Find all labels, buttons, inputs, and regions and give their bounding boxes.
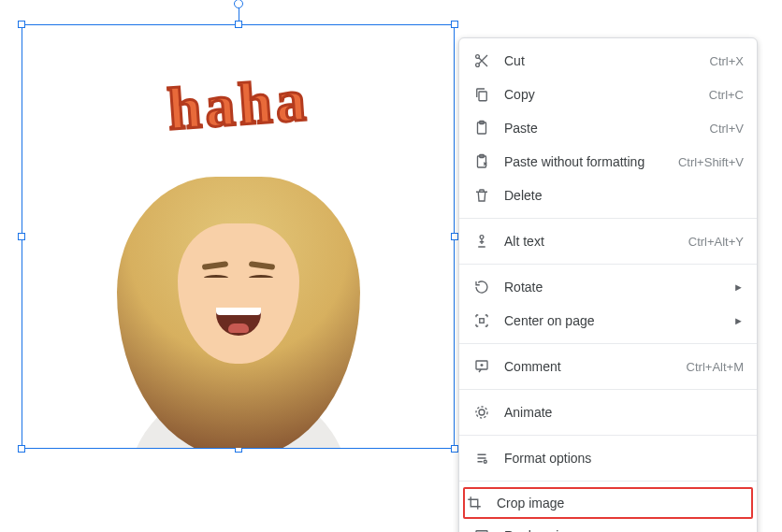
alt-text-icon xyxy=(472,232,491,251)
svg-point-0 xyxy=(476,64,480,67)
menu-label: Replace image xyxy=(504,528,726,532)
submenu-arrow-icon: ► xyxy=(733,281,744,293)
cartoon-text: haha xyxy=(166,65,311,144)
image-content: haha xyxy=(22,25,454,448)
menu-label: Comment xyxy=(504,359,687,374)
comment-icon xyxy=(472,357,491,376)
avatar-mouth xyxy=(216,308,261,336)
svg-rect-2 xyxy=(479,92,486,101)
rotate-icon xyxy=(472,278,491,296)
menu-label: Paste without formatting xyxy=(504,154,678,169)
menu-animate[interactable]: Animate xyxy=(459,395,757,429)
menu-label: Crop image xyxy=(497,496,751,510)
avatar-tongue xyxy=(228,324,249,333)
menu-label: Rotate xyxy=(504,280,726,295)
submenu-arrow-icon: ► xyxy=(733,315,744,326)
svg-rect-8 xyxy=(480,319,485,324)
menu-label: Delete xyxy=(504,188,744,203)
menu-rotate[interactable]: Rotate ► xyxy=(459,270,757,304)
selected-image-frame[interactable]: haha xyxy=(22,24,455,449)
menu-paste[interactable]: Paste Ctrl+V xyxy=(459,111,757,145)
menu-shortcut: Ctrl+Shift+V xyxy=(678,155,744,169)
menu-divider xyxy=(459,218,757,219)
menu-format-options[interactable]: Format options xyxy=(459,441,757,475)
menu-label: Animate xyxy=(504,405,744,420)
avatar-brow xyxy=(201,261,228,270)
cut-icon xyxy=(472,51,491,70)
paste-icon xyxy=(472,119,491,137)
center-icon xyxy=(472,311,491,330)
replace-image-icon xyxy=(472,526,491,532)
svg-point-1 xyxy=(476,55,480,59)
menu-shortcut: Ctrl+C xyxy=(709,88,744,102)
menu-divider xyxy=(459,389,757,390)
menu-shortcut: Ctrl+X xyxy=(710,54,744,68)
svg-point-7 xyxy=(480,236,484,239)
menu-shortcut: Ctrl+V xyxy=(710,122,744,136)
context-menu: Cut Ctrl+X Copy Ctrl+C Paste Ctrl+V Past… xyxy=(458,37,758,532)
svg-point-11 xyxy=(476,407,487,418)
format-icon xyxy=(472,449,491,467)
menu-label: Format options xyxy=(504,451,744,466)
menu-alt-text[interactable]: Alt text Ctrl+Alt+Y xyxy=(459,224,757,258)
copy-icon xyxy=(472,85,491,104)
animate-icon xyxy=(472,403,491,422)
menu-label: Center on page xyxy=(504,313,726,328)
editor-canvas[interactable]: haha Cut Ctrl+X xyxy=(0,0,782,532)
menu-crop-image[interactable]: Crop image xyxy=(465,489,751,517)
menu-crop-image-highlight: Crop image xyxy=(463,487,753,519)
menu-label: Paste xyxy=(504,121,710,136)
crop-icon xyxy=(465,494,484,512)
menu-label: Copy xyxy=(504,87,709,102)
menu-divider xyxy=(459,435,757,436)
avatar-eye xyxy=(249,275,273,280)
menu-comment[interactable]: Comment Ctrl+Alt+M xyxy=(459,350,757,383)
menu-replace-image[interactable]: Replace image ► xyxy=(459,519,757,532)
menu-shortcut: Ctrl+Alt+Y xyxy=(688,235,744,249)
svg-point-10 xyxy=(479,410,485,415)
menu-delete[interactable]: Delete xyxy=(459,179,757,212)
menu-divider xyxy=(459,264,757,265)
svg-point-12 xyxy=(484,460,486,463)
rotation-handle[interactable] xyxy=(234,0,243,8)
menu-paste-without-formatting[interactable]: Paste without formatting Ctrl+Shift+V xyxy=(459,145,757,179)
menu-shortcut: Ctrl+Alt+M xyxy=(687,360,744,374)
menu-divider xyxy=(459,343,757,344)
menu-label: Alt text xyxy=(504,234,688,249)
avatar-teeth xyxy=(216,308,261,315)
avatar-brow xyxy=(248,261,275,270)
menu-center-on-page[interactable]: Center on page ► xyxy=(459,304,757,338)
menu-label: Cut xyxy=(504,53,710,68)
menu-cut[interactable]: Cut Ctrl+X xyxy=(459,44,757,78)
paste-plain-icon xyxy=(472,152,491,171)
menu-copy[interactable]: Copy Ctrl+C xyxy=(459,78,757,111)
menu-divider xyxy=(459,481,757,482)
avatar-eye xyxy=(204,275,228,280)
delete-icon xyxy=(472,186,491,205)
